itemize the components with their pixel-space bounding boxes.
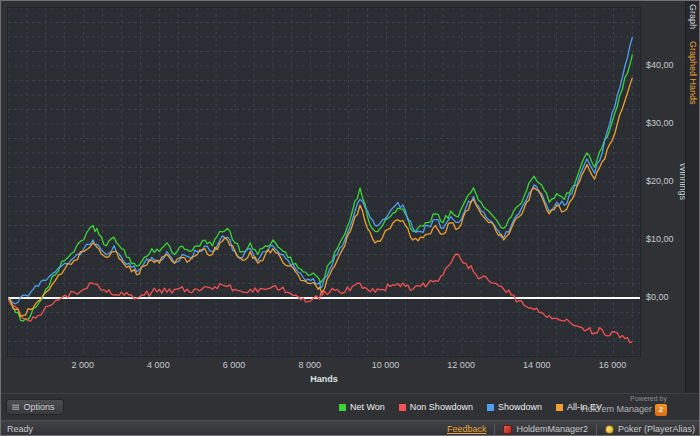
tab-graph[interactable]: Graph xyxy=(688,4,698,29)
x-tick-label: 12 000 xyxy=(447,360,475,370)
legend-item[interactable]: Net Won xyxy=(339,402,385,412)
y-tick-label: $20,00 xyxy=(646,176,674,186)
status-bar: Ready Feedback HoldemManager2 Poker (Pla… xyxy=(1,420,700,436)
status-ready: Ready xyxy=(1,424,447,434)
poker-tray-label: Poker (PlayerAlias) xyxy=(618,424,695,434)
options-label: Options xyxy=(24,402,55,412)
powered-by: Powered by Hold'em Manager 2 xyxy=(581,395,667,416)
x-tick-label: 2 000 xyxy=(71,360,94,370)
x-tick-label: 6 000 xyxy=(223,360,246,370)
legend-marker xyxy=(556,404,563,411)
x-axis-tick-labels: 2 0004 0006 0008 00010 00012 00014 00016… xyxy=(7,360,641,372)
holdem-manager-window: $0,00$10,00$20,00$30,00$40,00 Winnings 2… xyxy=(0,0,700,436)
feedback-link[interactable]: Feedback xyxy=(447,424,487,434)
x-tick-label: 16 000 xyxy=(599,360,627,370)
tab-graphed-hands[interactable]: Graphed Hands xyxy=(688,41,698,105)
footer-row: ▤ Options Net WonNon ShowdownShowdownAll… xyxy=(1,393,700,420)
status-separator xyxy=(494,424,495,435)
y-tick-label: $10,00 xyxy=(646,234,674,244)
x-tick-label: 8 000 xyxy=(298,360,321,370)
hm2-tray-item[interactable]: HoldemManager2 xyxy=(503,424,588,434)
y-tick-label: $0,00 xyxy=(646,292,669,302)
x-tick-label: 14 000 xyxy=(523,360,551,370)
status-separator xyxy=(596,424,597,435)
legend-item[interactable]: Showdown xyxy=(487,402,542,412)
legend-item[interactable]: Non Showdown xyxy=(399,402,473,412)
legend-label: Showdown xyxy=(498,402,542,412)
x-tick-label: 4 000 xyxy=(147,360,170,370)
legend-marker xyxy=(487,404,494,411)
poker-tray-item[interactable]: Poker (PlayerAlias) xyxy=(605,424,695,434)
side-tab-strip: Graph Graphed Hands xyxy=(685,1,699,393)
y-tick-label: $30,00 xyxy=(646,118,674,128)
brand-name: Hold'em Manager xyxy=(581,404,652,415)
hm2-tray-icon xyxy=(503,425,512,434)
x-tick-label: 10 000 xyxy=(372,360,400,370)
poker-tray-icon xyxy=(605,425,614,434)
chart-legend: Net WonNon ShowdownShowdownAll-In EV xyxy=(339,402,602,412)
hm2-tray-label: HoldemManager2 xyxy=(516,424,588,434)
powered-by-text: Powered by xyxy=(581,395,667,404)
options-icon: ▤ xyxy=(12,403,20,411)
y-tick-label: $40,00 xyxy=(646,60,674,70)
legend-marker xyxy=(339,404,346,411)
legend-label: Net Won xyxy=(350,402,385,412)
winnings-graph-panel[interactable] xyxy=(7,7,641,357)
brand-badge-icon: 2 xyxy=(655,404,667,416)
legend-marker xyxy=(399,404,406,411)
winnings-chart xyxy=(8,8,640,356)
options-button[interactable]: ▤ Options xyxy=(6,399,64,415)
legend-label: Non Showdown xyxy=(410,402,473,412)
status-right-cluster: Feedback HoldemManager2 Poker (PlayerAli… xyxy=(447,424,700,435)
x-axis-title: Hands xyxy=(7,374,641,384)
